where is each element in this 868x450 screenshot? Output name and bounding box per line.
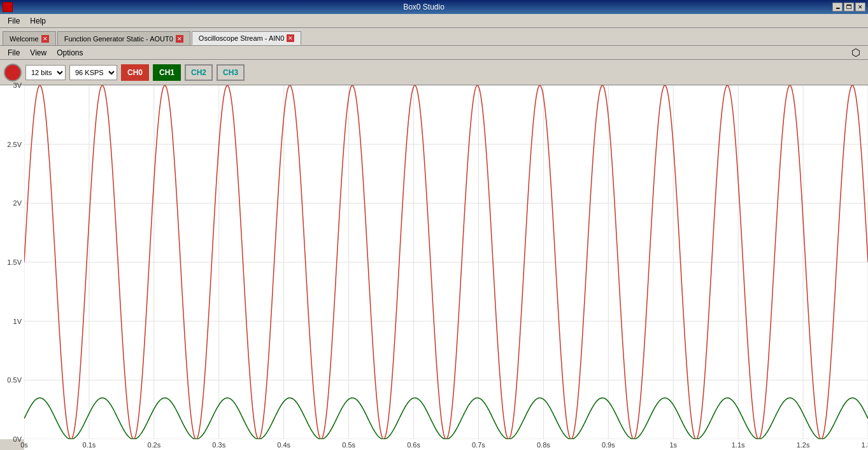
ch1-waveform xyxy=(24,398,868,439)
y-axis: 3V2.5V2V1.5V1V0.5V0V xyxy=(0,85,24,439)
y-label-0.5V: 0.5V xyxy=(7,376,22,384)
titlebar-left xyxy=(0,2,15,12)
bits-select[interactable]: 12 bits 10 bits 8 bits xyxy=(25,65,66,80)
y-label-1V: 1V xyxy=(13,318,22,325)
ch0-button[interactable]: CH0 xyxy=(121,64,149,81)
titlebar: Box0 Studio 🗕 🗖 ✕ xyxy=(0,0,868,14)
oscilloscope-chart xyxy=(24,85,868,439)
menu2-options[interactable]: Options xyxy=(52,47,88,59)
y-label-1.5V: 1.5V xyxy=(7,258,22,266)
toolbar: 12 bits 10 bits 8 bits 96 KSPS 48 KSPS 2… xyxy=(0,60,868,85)
y-label-2V: 2V xyxy=(13,199,22,207)
secondary-menubar: File View Options ⬡ xyxy=(0,46,868,60)
ch3-button[interactable]: CH3 xyxy=(217,64,245,81)
titlebar-controls[interactable]: 🗕 🗖 ✕ xyxy=(832,3,868,11)
ch1-button[interactable]: CH1 xyxy=(153,64,181,81)
y-label-3V: 3V xyxy=(13,81,22,89)
x-label-0.2s: 0.2s xyxy=(147,441,160,449)
tab-welcome-close[interactable]: ✕ xyxy=(41,35,49,43)
menu2-view[interactable]: View xyxy=(25,47,52,59)
record-button[interactable] xyxy=(4,64,22,81)
tab-oscilloscope-close[interactable]: ✕ xyxy=(287,34,294,42)
x-axis: 0s0.1s0.2s0.3s0.4s0.5s0.6s0.7s0.8s0.9s1s… xyxy=(24,439,868,450)
x-label-0s: 0s xyxy=(20,441,28,449)
x-label-0.8s: 0.8s xyxy=(537,441,550,449)
tab-oscilloscope-label: Oscilloscope Stream - AIN0 xyxy=(199,34,285,42)
x-label-1s: 1s xyxy=(669,441,677,449)
top-menubar: File Help xyxy=(0,14,868,28)
popout-icon[interactable]: ⬡ xyxy=(851,46,865,59)
close-button[interactable]: ✕ xyxy=(855,3,865,11)
titlebar-title: Box0 Studio xyxy=(15,3,832,11)
menu-help[interactable]: Help xyxy=(25,15,51,27)
minimize-button[interactable]: 🗕 xyxy=(832,3,843,11)
chart-svg-container xyxy=(24,85,868,439)
x-label-0.7s: 0.7s xyxy=(472,441,485,449)
y-label-2.5V: 2.5V xyxy=(7,141,22,148)
x-label-0.4s: 0.4s xyxy=(277,441,290,449)
x-label-0.3s: 0.3s xyxy=(212,441,225,449)
tab-oscilloscope[interactable]: Oscilloscope Stream - AIN0 ✕ xyxy=(192,31,302,45)
x-label-0.6s: 0.6s xyxy=(407,441,420,449)
x-label-1.2s: 1.2s xyxy=(797,441,810,449)
chart-wrapper: 3V2.5V2V1.5V1V0.5V0V 0s0.1s0.2s0.3s0.4s0… xyxy=(0,85,868,450)
ksps-select[interactable]: 96 KSPS 48 KSPS 24 KSPS xyxy=(69,65,117,80)
x-label-1.1s: 1.1s xyxy=(732,441,745,449)
tab-welcome[interactable]: Welcome ✕ xyxy=(3,31,56,45)
menu2-file[interactable]: File xyxy=(3,47,25,59)
restore-button[interactable]: 🗖 xyxy=(844,3,854,11)
menu-file[interactable]: File xyxy=(3,15,25,27)
tab-bar: Welcome ✕ Function Generator Static - AO… xyxy=(0,28,868,46)
chart-area: 3V2.5V2V1.5V1V0.5V0V xyxy=(0,85,868,439)
tab-function-generator-close[interactable]: ✕ xyxy=(176,35,183,43)
x-label-0.9s: 0.9s xyxy=(602,441,615,449)
x-label-0.1s: 0.1s xyxy=(83,441,96,449)
tab-function-generator-label: Function Generator Static - AOUT0 xyxy=(64,35,173,43)
ch2-button[interactable]: CH2 xyxy=(185,64,213,81)
tab-function-generator[interactable]: Function Generator Static - AOUT0 ✕ xyxy=(57,31,190,45)
x-label-0.5s: 0.5s xyxy=(342,441,355,449)
titlebar-icon xyxy=(3,2,13,12)
x-label-1.3s: 1.3s xyxy=(862,441,868,449)
tab-welcome-label: Welcome xyxy=(10,35,39,43)
